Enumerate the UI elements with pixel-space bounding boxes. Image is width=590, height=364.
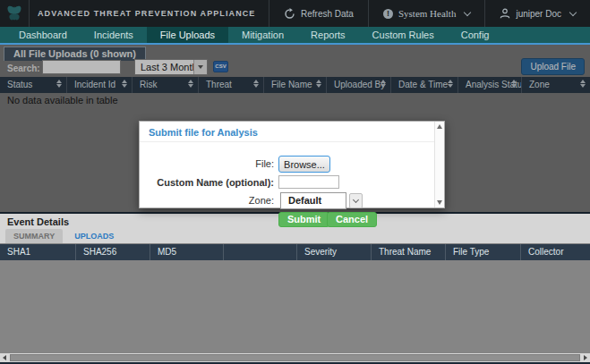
nav-tab-file-uploads[interactable]: File Uploads [147, 27, 228, 43]
event-details-tabs: SUMMARY UPLOADS [5, 229, 122, 243]
horizontal-scrollbar[interactable] [0, 353, 590, 362]
column-header-file-type[interactable]: File Type [446, 244, 521, 260]
top-header-bar: ADVANCED THREAT PREVENTION APPLIANCE Ref… [0, 0, 590, 27]
refresh-icon [284, 8, 295, 20]
custom-name-input[interactable] [278, 175, 339, 189]
nav-tab-dashboard[interactable]: Dashboard [5, 27, 81, 43]
event-details-title: Event Details [7, 216, 69, 227]
event-table-header: SHA1 SHA256 MD5 Severity Threat Name Fil… [0, 244, 590, 260]
file-label: File: [140, 158, 274, 169]
column-header-collector[interactable]: Collector [521, 244, 590, 260]
scrollbar-thumb[interactable] [10, 354, 580, 361]
column-header-threat-name[interactable]: Threat Name [372, 244, 446, 260]
tab-uploads[interactable]: UPLOADS [66, 229, 122, 243]
scroll-up-icon[interactable] [437, 124, 442, 129]
zone-select[interactable]: Default Zone [280, 192, 346, 209]
submit-button[interactable]: Submit [278, 212, 329, 227]
dialog-title: Submit file for Analysis [140, 122, 444, 142]
nav-tab-incidents[interactable]: Incidents [81, 27, 147, 43]
user-name-label: juniper Doc [516, 9, 561, 19]
chevron-down-icon [569, 8, 577, 15]
tab-summary[interactable]: SUMMARY [5, 229, 63, 243]
user-icon [500, 8, 510, 19]
scroll-left-icon[interactable] [0, 353, 9, 362]
scroll-right-icon[interactable] [581, 353, 590, 362]
column-header-sha256[interactable]: SHA256 [76, 244, 150, 260]
app-window: ADVANCED THREAT PREVENTION APPLIANCE Ref… [0, 0, 590, 364]
zone-select-arrow-icon[interactable] [349, 193, 363, 208]
column-header-sha1[interactable]: SHA1 [0, 244, 76, 260]
dialog-body: File: Browse... Custom Name (optional): … [140, 141, 434, 207]
scroll-down-icon[interactable] [437, 200, 442, 205]
event-details-panel: Event Details SUMMARY UPLOADS SHA1 SHA25… [0, 212, 590, 364]
column-header-severity[interactable]: Severity [297, 244, 372, 260]
nav-tab-custom-rules[interactable]: Custom Rules [359, 27, 448, 43]
nav-tab-reports[interactable]: Reports [297, 27, 359, 43]
app-logo [0, 0, 30, 27]
nav-tab-config[interactable]: Config [448, 27, 503, 43]
cancel-button[interactable]: Cancel [327, 212, 377, 227]
system-health-label: System Health [398, 8, 456, 19]
main-nav-bar: Dashboard Incidents File Uploads Mitigat… [0, 27, 590, 45]
system-health-menu[interactable]: ! System Health [368, 0, 484, 27]
browse-button[interactable]: Browse... [278, 156, 330, 173]
refresh-data-button[interactable]: Refresh Data [269, 0, 368, 27]
custom-name-label: Custom Name (optional): [140, 177, 274, 188]
dialog-scrollbar[interactable] [434, 122, 444, 207]
moth-logo-icon [4, 4, 24, 23]
refresh-data-label: Refresh Data [301, 9, 354, 19]
chevron-down-icon [464, 8, 471, 15]
submit-file-dialog: Submit file for Analysis File: Browse...… [139, 121, 445, 208]
nav-tab-mitigation[interactable]: Mitigation [228, 27, 297, 43]
health-warning-icon: ! [383, 9, 393, 19]
column-header-blank [224, 244, 297, 260]
column-header-md5[interactable]: MD5 [150, 244, 224, 260]
zone-label: Zone: [140, 195, 274, 206]
app-title: ADVANCED THREAT PREVENTION APPLIANCE [38, 9, 255, 18]
user-menu[interactable]: juniper Doc [484, 0, 590, 27]
